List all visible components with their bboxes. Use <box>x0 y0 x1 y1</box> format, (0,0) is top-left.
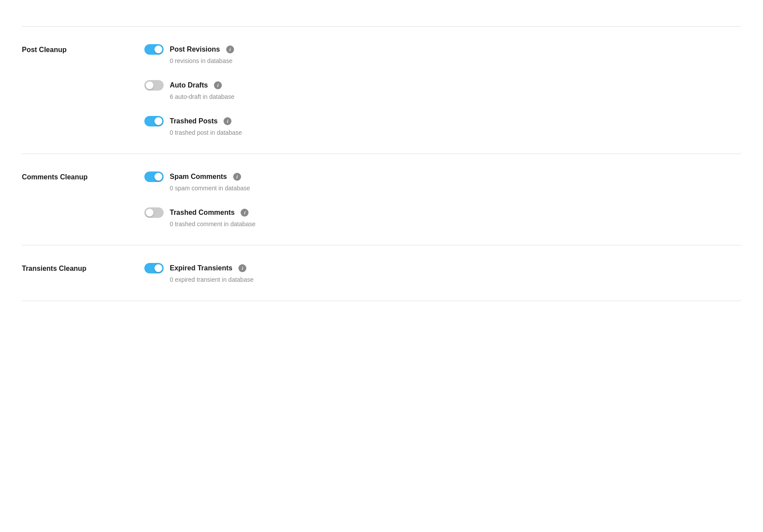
setting-description-post-revisions: 0 revisions in database <box>144 57 242 64</box>
section-items-comments-cleanup: Spam Commentsi0 spam comment in database… <box>144 172 256 228</box>
info-icon-auto-drafts[interactable]: i <box>214 81 222 89</box>
setting-row-trashed-comments: Trashed Commentsi <box>144 207 256 218</box>
setting-row-trashed-posts: Trashed Postsi <box>144 116 242 126</box>
setting-row-expired-transients: Expired Transientsi <box>144 263 253 273</box>
toggle-trashed-posts[interactable] <box>144 116 164 126</box>
setting-name-post-revisions: Post Revisions <box>170 46 220 53</box>
setting-row-auto-drafts: Auto Draftsi <box>144 80 242 91</box>
setting-description-expired-transients: 0 expired transient in database <box>144 276 253 283</box>
setting-item-trashed-comments: Trashed Commentsi0 trashed comment in da… <box>144 207 256 228</box>
info-icon-post-revisions[interactable]: i <box>226 46 234 53</box>
setting-item-spam-comments: Spam Commentsi0 spam comment in database <box>144 172 256 192</box>
setting-description-trashed-posts: 0 trashed post in database <box>144 129 242 136</box>
info-icon-trashed-comments[interactable]: i <box>241 209 248 217</box>
toggle-expired-transients[interactable] <box>144 263 164 273</box>
page-title <box>22 18 741 27</box>
section-label-post-cleanup: Post Cleanup <box>22 44 144 54</box>
toggle-trashed-comments[interactable] <box>144 207 164 218</box>
info-icon-expired-transients[interactable]: i <box>238 264 246 272</box>
setting-item-expired-transients: Expired Transientsi0 expired transient i… <box>144 263 253 283</box>
section-items-post-cleanup: Post Revisionsi0 revisions in databaseAu… <box>144 44 242 136</box>
setting-description-trashed-comments: 0 trashed comment in database <box>144 220 256 228</box>
setting-description-auto-drafts: 6 auto-draft in database <box>144 93 242 100</box>
section-comments-cleanup: Comments CleanupSpam Commentsi0 spam com… <box>22 154 741 245</box>
section-items-transients-cleanup: Expired Transientsi0 expired transient i… <box>144 263 253 283</box>
info-icon-spam-comments[interactable]: i <box>233 173 241 181</box>
section-label-transients-cleanup: Transients Cleanup <box>22 263 144 273</box>
toggle-auto-drafts[interactable] <box>144 80 164 91</box>
setting-row-post-revisions: Post Revisionsi <box>144 44 242 55</box>
setting-row-spam-comments: Spam Commentsi <box>144 172 256 182</box>
setting-name-trashed-posts: Trashed Posts <box>170 117 217 125</box>
toggle-spam-comments[interactable] <box>144 172 164 182</box>
setting-description-spam-comments: 0 spam comment in database <box>144 185 256 192</box>
sections-container: Post CleanupPost Revisionsi0 revisions i… <box>22 27 741 301</box>
toggle-post-revisions[interactable] <box>144 44 164 55</box>
setting-item-trashed-posts: Trashed Postsi0 trashed post in database <box>144 116 242 136</box>
setting-item-auto-drafts: Auto Draftsi6 auto-draft in database <box>144 80 242 100</box>
section-post-cleanup: Post CleanupPost Revisionsi0 revisions i… <box>22 27 741 154</box>
setting-name-spam-comments: Spam Comments <box>170 173 227 181</box>
setting-name-auto-drafts: Auto Drafts <box>170 81 208 89</box>
section-transients-cleanup: Transients CleanupExpired Transientsi0 e… <box>22 245 741 301</box>
section-label-comments-cleanup: Comments Cleanup <box>22 172 144 181</box>
setting-item-post-revisions: Post Revisionsi0 revisions in database <box>144 44 242 64</box>
setting-name-trashed-comments: Trashed Comments <box>170 209 234 217</box>
info-icon-trashed-posts[interactable]: i <box>224 117 231 125</box>
setting-name-expired-transients: Expired Transients <box>170 264 232 272</box>
